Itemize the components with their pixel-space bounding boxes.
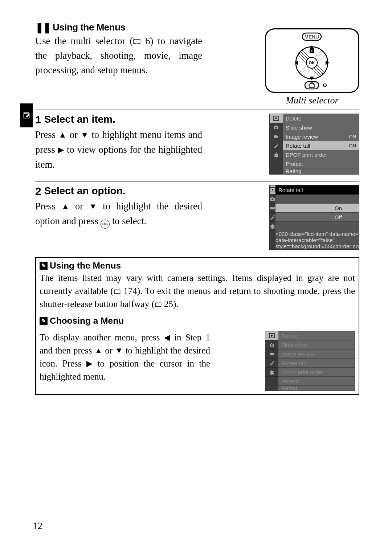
svg-marker-43 — [273, 353, 274, 355]
svg-rect-34 — [270, 207, 273, 209]
menu-item: Delete — [283, 114, 359, 123]
menu-item: Image review — [278, 349, 355, 359]
selector-caption: Multi selector — [265, 95, 359, 106]
note-title-text: Using the Menus — [50, 261, 121, 271]
section-title: ❚❚ Using the Menus — [35, 22, 202, 33]
lcd-screenshot-3: Delete Slide show Image review Rotate ta… — [265, 331, 355, 391]
book-icon — [133, 39, 141, 45]
svg-marker-38 — [271, 335, 273, 337]
setup-icon — [270, 150, 283, 159]
section-title-text: Using the Menus — [53, 22, 126, 33]
up-arrow-icon: ▲ — [94, 344, 102, 357]
lcd-screenshot-2: Rotate tall On Off <020 class="lcd-item"… — [269, 185, 359, 250]
svg-rect-25 — [275, 126, 277, 126]
note-title-text: Choosing a Menu — [50, 316, 124, 326]
menu-item: Image reviewON — [283, 132, 359, 141]
intro-paragraph: Use the multi selector ( 6) to navigate … — [35, 34, 202, 77]
divider — [35, 110, 359, 110]
page-number: 12 — [33, 520, 42, 532]
down-arrow-icon: ▼ — [81, 128, 89, 142]
svg-marker-27 — [277, 135, 278, 138]
svg-rect-26 — [274, 135, 277, 138]
menu-item: Rotate tall — [278, 359, 355, 368]
shooting-icon — [270, 123, 283, 132]
setup-icon — [270, 222, 275, 231]
step-body: Press ▲ or ▼ to highlight menu items and… — [35, 127, 202, 172]
up-arrow-icon: ▲ — [58, 128, 66, 142]
movie-icon — [270, 204, 275, 213]
shooting-icon — [270, 195, 275, 204]
down-arrow-icon: ▼ — [89, 199, 97, 214]
menu-item — [275, 195, 359, 204]
menu-item — [275, 222, 359, 231]
svg-rect-42 — [270, 353, 273, 355]
svg-text:F: F — [311, 50, 313, 53]
menu-item: Rating — [278, 386, 355, 391]
up-arrow-icon: ▲ — [61, 199, 69, 214]
retouch-icon — [270, 141, 283, 150]
ok-icon: OK — [101, 220, 110, 229]
menu-item: Delete — [278, 331, 355, 340]
svg-marker-22 — [275, 117, 277, 119]
menu-item-highlighted: Rotate tallON — [283, 141, 359, 150]
step-number: 1 — [35, 114, 41, 126]
movie-icon — [270, 132, 283, 141]
movie-icon — [265, 349, 278, 359]
divider — [35, 181, 359, 181]
side-tab — [20, 103, 33, 127]
menu-item: Off — [275, 213, 359, 222]
svg-marker-35 — [273, 207, 275, 209]
retouch-icon — [265, 359, 278, 368]
menu-item: DPOF print order — [278, 368, 355, 377]
pencil-icon: ✎ — [40, 262, 48, 270]
right-arrow-icon: ▶ — [58, 143, 64, 157]
svg-point-36 — [274, 215, 275, 216]
svg-marker-30 — [272, 189, 274, 191]
pencil-icon: ✎ — [40, 317, 48, 325]
setup-icon — [265, 368, 278, 377]
step-body: Press ▲ or ▼ to highlight the desired op… — [35, 199, 202, 229]
svg-text:OK: OK — [309, 61, 315, 65]
playback-icon — [265, 331, 278, 340]
menu-item: Slide show — [283, 123, 359, 132]
left-arrow-icon: ◀ — [164, 331, 170, 344]
svg-rect-41 — [271, 343, 272, 344]
svg-point-24 — [275, 127, 277, 129]
multi-selector-diagram: MENU F OK — [265, 28, 359, 106]
menu-item: Rating — [283, 168, 359, 174]
lcd-screenshot-1: Delete Slide show Image reviewON Rotate … — [269, 114, 359, 175]
step-title: Select an option. — [44, 185, 126, 197]
note-box: ✎ Using the Menus The items listed may v… — [35, 257, 359, 395]
playback-icon — [270, 185, 275, 195]
svg-rect-33 — [271, 197, 273, 198]
svg-point-44 — [273, 361, 274, 362]
right-arrow-icon: ▶ — [86, 357, 93, 370]
book-icon — [155, 302, 162, 307]
menu-item: DPOF print order — [283, 150, 359, 159]
note-icon — [23, 111, 30, 119]
selector-svg: MENU F OK — [270, 31, 354, 91]
note-paragraph: To display another menu, press ◀ in Step… — [40, 331, 210, 383]
menu-item-highlighted: On — [275, 204, 359, 213]
svg-point-40 — [271, 344, 273, 346]
shooting-icon — [265, 340, 278, 349]
svg-point-28 — [277, 144, 278, 145]
down-arrow-icon: ▼ — [115, 344, 123, 357]
book-icon — [114, 289, 121, 294]
retouch-icon — [270, 213, 275, 222]
playback-icon — [270, 114, 283, 123]
svg-text:MENU: MENU — [305, 34, 319, 40]
menu-item: Protect — [278, 377, 355, 386]
bars-icon: ❚❚ — [35, 24, 50, 31]
menu-item: Protect — [283, 159, 359, 168]
menu-item: Slide show — [278, 340, 355, 349]
svg-point-32 — [272, 199, 274, 200]
step-title: Select an item. — [44, 114, 115, 126]
step-number: 2 — [35, 185, 41, 197]
note-paragraph: The items listed may vary with camera se… — [40, 271, 355, 311]
svg-point-20 — [323, 84, 326, 87]
lcd-title: Rotate tall — [275, 185, 359, 195]
